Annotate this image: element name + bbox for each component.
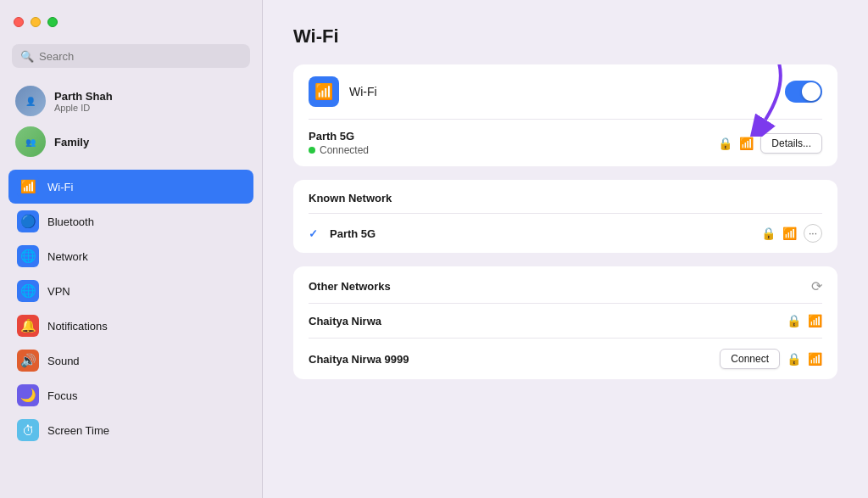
- wifi-toggle-icon: 📶: [309, 76, 339, 107]
- loading-spinner: ⟳: [811, 278, 822, 294]
- focus-label: Focus: [47, 389, 77, 402]
- titlebar: [0, 0, 262, 44]
- connected-network-name: Parth 5G: [309, 130, 709, 143]
- family-label: Family: [54, 136, 89, 148]
- other-network-2-icons: Connect 🔒 📶: [720, 349, 822, 369]
- sidebar-item-screentime[interactable]: ⏱ Screen Time: [8, 413, 253, 447]
- check-mark: ✓: [309, 227, 318, 240]
- family-info: Family: [54, 136, 89, 148]
- wifi-toggle[interactable]: [785, 81, 822, 103]
- user-name: Parth Shah: [54, 90, 113, 103]
- known-network-icons: 🔒 📶 ···: [761, 224, 822, 243]
- sidebar-nav: 📶 Wi-Fi 🔵 Bluetooth 🌐 Network 🌐 VPN 🔔 No…: [0, 170, 262, 447]
- known-signal-icon: 📶: [782, 227, 797, 240]
- focus-icon: 🌙: [17, 384, 39, 406]
- sound-icon: 🔊: [17, 350, 39, 372]
- sound-label: Sound: [47, 355, 80, 367]
- known-network-row: ✓ Parth 5G 🔒 📶 ···: [293, 214, 837, 253]
- vpn-label: VPN: [47, 285, 70, 298]
- search-input[interactable]: [39, 50, 242, 63]
- other-network-row-1: Chaitya Nirwa 🔒 📶: [293, 304, 837, 338]
- known-lock-icon: 🔒: [761, 227, 776, 240]
- search-icon: 🔍: [20, 50, 34, 63]
- sidebar: 🔍 👤 Parth Shah Apple ID 👥 Family �: [0, 0, 263, 498]
- sidebar-scroll[interactable]: 👤 Parth Shah Apple ID 👥 Family 📶 Wi-Fi 🔵: [0, 78, 262, 498]
- sidebar-item-sound[interactable]: 🔊 Sound: [8, 344, 253, 378]
- other-network-1-info: Chaitya Nirwa: [309, 315, 778, 327]
- sidebar-item-focus[interactable]: 🌙 Focus: [8, 378, 253, 412]
- connected-network-info: Parth 5G Connected: [309, 130, 709, 156]
- more-options-button[interactable]: ···: [804, 224, 822, 243]
- sidebar-item-network[interactable]: 🌐 Network: [8, 239, 253, 273]
- other-signal-icon-1: 📶: [808, 314, 822, 327]
- user-section: 👤 Parth Shah Apple ID 👥 Family: [0, 78, 262, 165]
- network-icon: 🌐: [17, 245, 39, 267]
- other-networks-card: Other Networks ⟳ Chaitya Nirwa 🔒 📶 Chait…: [293, 266, 837, 379]
- minimize-button[interactable]: [31, 17, 41, 27]
- known-network-info: Parth 5G: [330, 227, 753, 240]
- wifi-toggle-label: Wi-Fi: [349, 85, 775, 98]
- connected-network-row: Parth 5G Connected 🔒 📶 Details...: [293, 120, 837, 166]
- network-status: Connected: [309, 144, 709, 156]
- other-lock-icon-1: 🔒: [787, 314, 801, 327]
- notifications-label: Notifications: [47, 320, 108, 333]
- wifi-toggle-row: 📶 Wi-Fi: [293, 64, 837, 119]
- status-dot: [309, 147, 315, 154]
- network-label: Network: [47, 250, 88, 263]
- other-network-2-info: Chaitya Nirwa 9999: [309, 353, 711, 366]
- known-network-name: Parth 5G: [330, 227, 753, 240]
- close-button[interactable]: [14, 17, 24, 27]
- user-info: Parth Shah Apple ID: [54, 90, 113, 113]
- maximize-button[interactable]: [47, 17, 58, 27]
- other-network-1-name: Chaitya Nirwa: [309, 315, 778, 327]
- other-network-2-name: Chaitya Nirwa 9999: [309, 353, 711, 366]
- screentime-label: Screen Time: [47, 424, 109, 437]
- sidebar-item-wifi[interactable]: 📶 Wi-Fi: [8, 170, 253, 204]
- known-network-header: Known Network: [293, 180, 837, 213]
- known-network-card: Known Network ✓ Parth 5G 🔒 📶 ···: [293, 180, 837, 253]
- screentime-icon: ⏱: [17, 419, 39, 441]
- connect-button[interactable]: Connect: [720, 349, 780, 369]
- sidebar-item-vpn[interactable]: 🌐 VPN: [8, 274, 253, 308]
- sidebar-item-notifications[interactable]: 🔔 Notifications: [8, 309, 253, 343]
- wifi-icon: 📶: [17, 176, 39, 198]
- other-networks-header: Other Networks: [309, 280, 391, 293]
- wifi-toggle-card: 📶 Wi-Fi Parth 5G Connected 🔒 📶 Details..…: [293, 64, 837, 166]
- search-bar[interactable]: 🔍: [12, 44, 250, 68]
- main-content: Wi-Fi 📶 Wi-Fi Parth 5G Connected 🔒 📶 Det…: [263, 0, 868, 498]
- network-icons: 🔒 📶 Details...: [718, 133, 822, 154]
- other-lock-icon-2: 🔒: [787, 352, 801, 366]
- sidebar-item-bluetooth[interactable]: 🔵 Bluetooth: [8, 204, 253, 238]
- signal-icon: 📶: [739, 137, 754, 150]
- wifi-label: Wi-Fi: [47, 181, 73, 193]
- other-network-1-icons: 🔒 📶: [787, 314, 822, 327]
- bluetooth-label: Bluetooth: [47, 215, 94, 228]
- connected-status-label: Connected: [320, 144, 369, 156]
- details-button[interactable]: Details...: [760, 133, 822, 154]
- family-avatar: 👥: [15, 126, 46, 157]
- other-signal-icon-2: 📶: [808, 352, 822, 366]
- other-network-row-2: Chaitya Nirwa 9999 Connect 🔒 📶: [293, 339, 837, 379]
- family-item[interactable]: 👥 Family: [8, 122, 253, 161]
- page-title: Wi-Fi: [293, 25, 837, 48]
- avatar: 👤: [15, 86, 46, 116]
- user-subtitle: Apple ID: [54, 103, 113, 113]
- bluetooth-icon: 🔵: [17, 210, 39, 232]
- lock-icon: 🔒: [718, 137, 732, 150]
- vpn-icon: 🌐: [17, 280, 39, 302]
- notifications-icon: 🔔: [17, 315, 39, 337]
- user-profile-item[interactable]: 👤 Parth Shah Apple ID: [8, 81, 253, 120]
